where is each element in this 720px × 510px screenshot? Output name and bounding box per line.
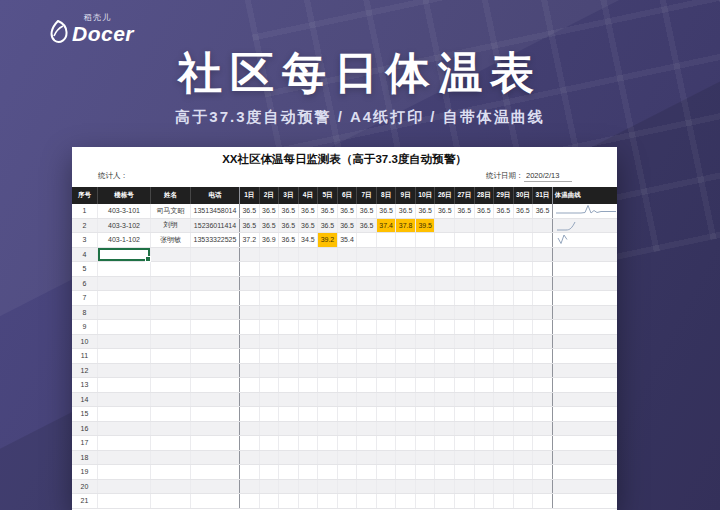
cell-temperature[interactable] bbox=[376, 480, 396, 494]
cell-temperature[interactable] bbox=[434, 364, 454, 378]
cell-temperature-curve[interactable] bbox=[552, 422, 617, 436]
cell-temperature[interactable] bbox=[317, 407, 337, 421]
cell-temperature[interactable] bbox=[356, 378, 376, 392]
cell-temperature[interactable] bbox=[239, 291, 259, 305]
cell-temperature[interactable] bbox=[434, 465, 454, 479]
cell-temperature-curve[interactable] bbox=[552, 480, 617, 494]
cell-temperature[interactable] bbox=[395, 422, 415, 436]
cell-temperature[interactable] bbox=[376, 436, 396, 450]
cell-temperature[interactable] bbox=[376, 248, 396, 262]
cell-temperature[interactable] bbox=[474, 349, 494, 363]
cell-temperature[interactable]: 39.5 bbox=[415, 219, 435, 233]
cell-temperature[interactable] bbox=[513, 422, 533, 436]
cell-temperature[interactable] bbox=[493, 378, 513, 392]
cell-temperature-curve[interactable] bbox=[552, 262, 617, 276]
cell-temperature[interactable] bbox=[395, 320, 415, 334]
cell-temperature[interactable]: 36.5 bbox=[298, 204, 318, 218]
cell-temperature[interactable] bbox=[532, 291, 552, 305]
cell-temperature[interactable] bbox=[415, 407, 435, 421]
cell-building[interactable] bbox=[97, 306, 150, 320]
cell-temperature[interactable] bbox=[513, 320, 533, 334]
cell-temperature[interactable] bbox=[298, 320, 318, 334]
cell-row-number[interactable]: 13 bbox=[72, 378, 97, 392]
cell-temperature[interactable] bbox=[532, 407, 552, 421]
cell-temperature-curve[interactable] bbox=[552, 277, 617, 291]
cell-temperature[interactable] bbox=[298, 378, 318, 392]
cell-phone[interactable] bbox=[190, 364, 239, 378]
cell-temperature[interactable] bbox=[259, 393, 279, 407]
cell-temperature[interactable] bbox=[239, 349, 259, 363]
cell-row-number[interactable]: 2 bbox=[72, 219, 97, 233]
cell-temperature-curve[interactable] bbox=[552, 233, 617, 247]
cell-temperature-curve[interactable] bbox=[552, 306, 617, 320]
cell-name[interactable] bbox=[150, 364, 190, 378]
cell-temperature[interactable] bbox=[474, 291, 494, 305]
cell-temperature[interactable] bbox=[532, 436, 552, 450]
cell-temperature-curve[interactable] bbox=[552, 204, 617, 218]
cell-temperature[interactable] bbox=[415, 378, 435, 392]
cell-temperature[interactable] bbox=[454, 393, 474, 407]
cell-temperature[interactable] bbox=[239, 378, 259, 392]
cell-temperature[interactable] bbox=[278, 451, 298, 465]
cell-temperature[interactable] bbox=[474, 480, 494, 494]
cell-temperature[interactable] bbox=[278, 465, 298, 479]
cell-temperature[interactable] bbox=[415, 451, 435, 465]
cell-temperature[interactable] bbox=[395, 335, 415, 349]
cell-temperature[interactable] bbox=[337, 465, 357, 479]
cell-temperature[interactable]: 36.5 bbox=[317, 219, 337, 233]
cell-temperature[interactable]: 36.5 bbox=[454, 204, 474, 218]
cell-temperature[interactable] bbox=[239, 320, 259, 334]
cell-temperature[interactable] bbox=[298, 248, 318, 262]
cell-temperature[interactable] bbox=[298, 436, 318, 450]
cell-temperature[interactable] bbox=[278, 364, 298, 378]
cell-temperature[interactable]: 36.5 bbox=[298, 219, 318, 233]
cell-temperature[interactable] bbox=[434, 422, 454, 436]
cell-temperature[interactable] bbox=[317, 364, 337, 378]
cell-temperature[interactable] bbox=[298, 451, 318, 465]
cell-temperature[interactable] bbox=[317, 349, 337, 363]
cell-name[interactable] bbox=[150, 436, 190, 450]
cell-temperature[interactable] bbox=[513, 407, 533, 421]
cell-temperature[interactable] bbox=[337, 248, 357, 262]
cell-temperature[interactable] bbox=[298, 277, 318, 291]
cell-temperature[interactable] bbox=[395, 407, 415, 421]
cell-temperature[interactable] bbox=[474, 262, 494, 276]
cell-temperature[interactable] bbox=[259, 262, 279, 276]
cell-temperature[interactable]: 36.5 bbox=[532, 204, 552, 218]
cell-temperature[interactable] bbox=[395, 262, 415, 276]
cell-name[interactable] bbox=[150, 277, 190, 291]
cell-temperature[interactable] bbox=[356, 248, 376, 262]
cell-temperature[interactable] bbox=[298, 407, 318, 421]
cell-temperature[interactable] bbox=[493, 436, 513, 450]
cell-temperature[interactable] bbox=[356, 262, 376, 276]
cell-temperature[interactable] bbox=[454, 291, 474, 305]
cell-temperature-curve[interactable] bbox=[552, 219, 617, 233]
cell-name[interactable] bbox=[150, 494, 190, 508]
cell-temperature[interactable] bbox=[259, 248, 279, 262]
cell-temperature[interactable] bbox=[376, 378, 396, 392]
cell-phone[interactable] bbox=[190, 349, 239, 363]
cell-temperature[interactable] bbox=[434, 262, 454, 276]
cell-name[interactable] bbox=[150, 291, 190, 305]
cell-building[interactable] bbox=[97, 393, 150, 407]
cell-temperature[interactable]: 36.5 bbox=[513, 204, 533, 218]
cell-building[interactable] bbox=[97, 451, 150, 465]
cell-temperature[interactable] bbox=[317, 320, 337, 334]
cell-row-number[interactable]: 1 bbox=[72, 204, 97, 218]
cell-temperature-curve[interactable] bbox=[552, 364, 617, 378]
cell-temperature[interactable] bbox=[317, 393, 337, 407]
cell-temperature[interactable] bbox=[493, 393, 513, 407]
cell-temperature[interactable]: 36.5 bbox=[259, 204, 279, 218]
cell-temperature[interactable] bbox=[337, 407, 357, 421]
cell-temperature[interactable] bbox=[474, 436, 494, 450]
cell-temperature[interactable] bbox=[395, 233, 415, 247]
cell-temperature[interactable] bbox=[395, 494, 415, 508]
cell-building[interactable] bbox=[97, 407, 150, 421]
cell-phone[interactable]: 15236011414 bbox=[190, 219, 239, 233]
cell-temperature[interactable] bbox=[454, 465, 474, 479]
cell-temperature[interactable] bbox=[337, 378, 357, 392]
cell-temperature[interactable] bbox=[434, 436, 454, 450]
cell-temperature[interactable] bbox=[376, 393, 396, 407]
cell-temperature[interactable] bbox=[513, 335, 533, 349]
cell-temperature[interactable] bbox=[337, 349, 357, 363]
